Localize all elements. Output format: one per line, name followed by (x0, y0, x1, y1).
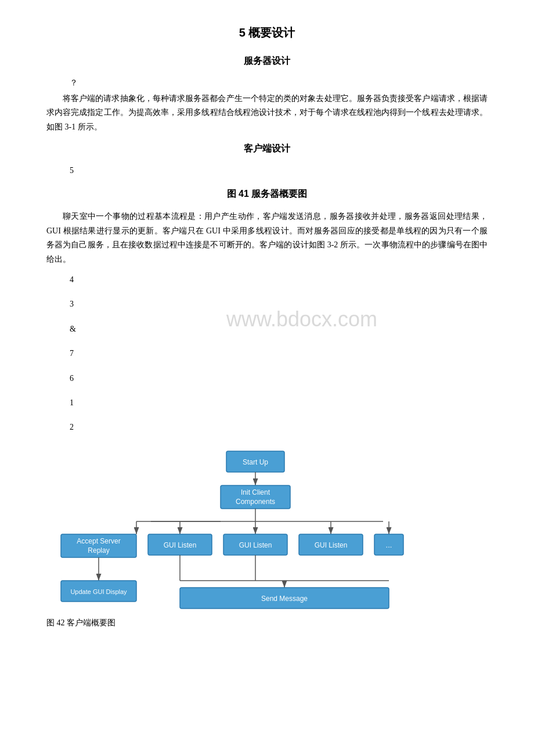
init-client-label-1: Init Client (241, 488, 270, 496)
number-2-label: 2 (70, 421, 99, 434)
number-5-label: 5 (70, 164, 488, 177)
number-ampersand-label: & (70, 323, 99, 336)
server-subsection-title: 服务器设计 (46, 53, 488, 69)
number-4-label: 4 (70, 273, 99, 286)
init-client-label-2: Components (236, 498, 275, 506)
update-gui-label: Update GUI Display (70, 588, 127, 595)
section-title: 5 概要设计 (46, 23, 488, 42)
gui-listen-3-label: GUI Listen (315, 541, 348, 549)
client-subsection-title: 客户端设计 (46, 141, 488, 156)
number-3-label: 3 (70, 298, 99, 311)
gui-listen-1-label: GUI Listen (164, 541, 197, 549)
send-message-label: Send Message (261, 595, 308, 603)
question-mark-label: ？ (70, 77, 488, 89)
flowchart-diagram: Start Up Init Client Components GUI List… (46, 448, 488, 611)
ellipsis-label: ... (386, 541, 392, 549)
startup-label: Start Up (243, 458, 268, 466)
number-7-label: 7 (70, 347, 99, 360)
paragraph-1: 将客户端的请求抽象化，每种请求服务器都会产生一个特定的类的对象去处理它。服务器负… (46, 92, 488, 135)
flowchart-svg: Start Up Init Client Components GUI List… (58, 448, 476, 611)
paragraph-2: 聊天室中一个事物的过程基本流程是：用户产生动作，客户端发送消息，服务器接收并处理… (46, 210, 488, 267)
number-1-label: 1 (70, 397, 99, 409)
gui-listen-2-label: GUI Listen (239, 541, 272, 549)
figure42-caption: 图 42 客户端概要图 (46, 617, 488, 629)
number-6-label: 6 (70, 372, 99, 385)
accept-server-label-2: Replay (88, 546, 109, 555)
accept-server-label-1: Accept Server (77, 537, 120, 545)
watermark: www.bdocx.com (226, 307, 377, 331)
figure41-title: 图 41 服务器概要图 (46, 186, 488, 201)
